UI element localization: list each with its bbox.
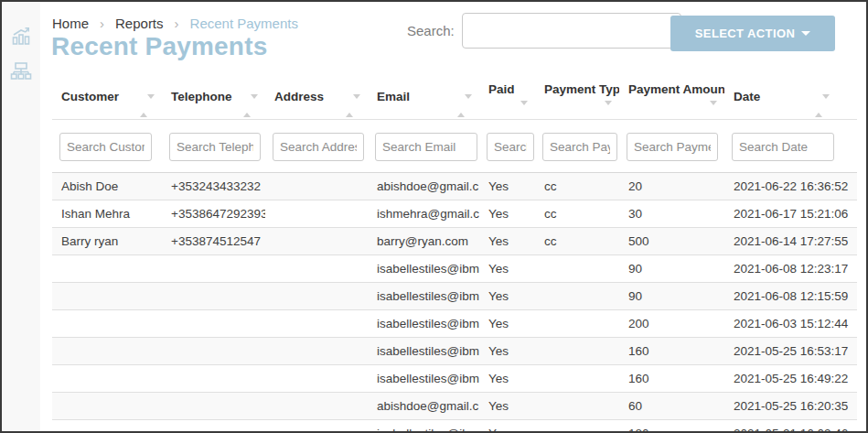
table-cell: [162, 338, 265, 365]
column-header-label: Payment Amount: [628, 82, 724, 96]
table-cell: 160: [619, 338, 724, 365]
column-header-label: Payment Type: [544, 82, 619, 96]
table-row[interactable]: isabellestiles@ibm.ieYes1602021-05-25 16…: [52, 338, 857, 365]
table-cell: [52, 338, 162, 365]
table-cell: abishdoe@gmail.c...: [368, 173, 479, 200]
select-action-label: SELECT ACTION: [695, 27, 795, 40]
table-cell: [535, 420, 619, 433]
table-row[interactable]: isabellestiles@ibm.ieYes2002021-06-03 15…: [52, 310, 857, 338]
table-cell: [265, 255, 368, 283]
column-header-date[interactable]: Date: [724, 82, 857, 120]
table-cell: [535, 393, 619, 420]
table-cell: 2021-05-25 16:53:17: [724, 338, 857, 365]
table-cell: [535, 255, 619, 283]
table-cell: Yes: [479, 200, 535, 228]
column-header-label: Paid: [488, 82, 515, 96]
column-header-paid[interactable]: Paid: [479, 82, 535, 120]
column-header-email[interactable]: Email: [368, 82, 479, 120]
table-cell: Yes: [479, 420, 535, 433]
table-row[interactable]: Abish Doe+353243433232abishdoe@gmail.c..…: [52, 173, 857, 200]
table-cell: isabellestiles@ibm.ie: [368, 338, 479, 365]
table-cell: [162, 420, 265, 433]
global-search-group: Search:: [407, 13, 681, 49]
table-cell: 30: [619, 200, 724, 228]
table-cell: [265, 393, 368, 420]
filter-date-input[interactable]: [732, 133, 834, 161]
table-row[interactable]: abishdoe@gmail.c...Yes602021-05-25 16:20…: [52, 393, 857, 420]
table-row[interactable]: Ishan Mehra+3538647292393ishmehra@gmail.…: [52, 200, 857, 228]
table-row[interactable]: isabellestiles@ibm.ieYes902021-06-08 12:…: [52, 255, 857, 283]
table-cell: Yes: [479, 228, 535, 255]
table-row[interactable]: isabellestiles@ibm.ieYes1602021-05-25 16…: [52, 365, 857, 393]
column-header-label: Telephone: [171, 90, 232, 103]
table-cell: Yes: [479, 310, 535, 338]
table-cell: [265, 310, 368, 338]
table-cell: [265, 338, 368, 365]
table-row[interactable]: Barry ryan+353874512547barry@ryan.comYes…: [52, 228, 857, 255]
bar-chart-trend-icon[interactable]: [10, 26, 32, 48]
table-cell: Yes: [479, 393, 535, 420]
select-action-button[interactable]: SELECT ACTION: [670, 16, 835, 51]
table-cell: 20: [619, 173, 724, 200]
table-cell: Yes: [479, 338, 535, 365]
column-header-customer[interactable]: Customer: [52, 82, 162, 120]
filter-address-input[interactable]: [273, 133, 364, 161]
table-cell: 2021-05-25 16:49:22: [724, 365, 857, 393]
table-cell: 90: [619, 283, 724, 310]
table-cell: +3538647292393: [162, 200, 265, 228]
table-cell: Yes: [479, 283, 535, 310]
filter-paid-input[interactable]: [487, 133, 534, 161]
table-cell: cc: [535, 173, 619, 200]
sort-icon: [457, 99, 472, 113]
table-cell: +353874512547: [162, 228, 265, 255]
filter-customer-input[interactable]: [59, 133, 152, 161]
payments-table: Customer Telephone Address Email Paid Pa…: [52, 82, 857, 433]
table-header-row: Customer Telephone Address Email Paid Pa…: [52, 82, 857, 120]
table-cell: [52, 365, 162, 393]
table-cell: isabellestiles@ibm.ie: [368, 420, 479, 433]
table-cell: [162, 310, 265, 338]
breadcrumb-current-page: Recent Payments: [190, 16, 298, 31]
table-row[interactable]: isabellestiles@ibm.ieYes1802021-05-21 16…: [52, 420, 857, 433]
chevron-down-icon: [801, 31, 810, 36]
sort-icon: [243, 99, 258, 113]
column-header-label: Address: [274, 90, 324, 103]
sitemap-icon[interactable]: [10, 60, 32, 82]
table-cell: 2021-05-25 16:20:35: [724, 393, 857, 420]
table-cell: [265, 283, 368, 310]
filter-payment-amount-input[interactable]: [627, 133, 718, 161]
table-cell: abishdoe@gmail.c...: [368, 393, 479, 420]
table-cell: cc: [535, 200, 619, 228]
sort-icon: [815, 99, 830, 113]
table-cell: Abish Doe: [52, 173, 162, 200]
table-cell: [162, 365, 265, 393]
table-cell: [535, 310, 619, 338]
table-cell: barry@ryan.com: [368, 228, 479, 255]
column-header-address[interactable]: Address: [265, 82, 368, 120]
table-cell: 500: [619, 228, 724, 255]
table-cell: +353243433232: [162, 173, 265, 200]
filter-telephone-input[interactable]: [169, 133, 261, 161]
breadcrumb-reports[interactable]: Reports: [115, 16, 164, 31]
table-cell: 200: [619, 310, 724, 338]
filter-payment-type-input[interactable]: [542, 133, 617, 161]
table-cell: ishmehra@gmail.c...: [368, 200, 479, 228]
breadcrumb-home[interactable]: Home: [52, 16, 89, 31]
table-cell: Yes: [479, 173, 535, 200]
column-header-label: Customer: [61, 90, 119, 103]
table-cell: [535, 283, 619, 310]
table-cell: [52, 255, 162, 283]
breadcrumb-separator: ›: [100, 16, 104, 31]
column-header-payment-type[interactable]: Payment Type: [535, 82, 619, 120]
table-cell: isabellestiles@ibm.ie: [368, 310, 479, 338]
column-header-label: Date: [734, 90, 760, 103]
global-search-input[interactable]: [462, 13, 681, 49]
table-cell: Ishan Mehra: [52, 200, 162, 228]
column-header-payment-amount[interactable]: Payment Amount: [619, 82, 724, 120]
table-cell: [265, 173, 368, 200]
table-row[interactable]: isabellestiles@ibm.ieYes902021-06-08 12:…: [52, 283, 857, 310]
filter-email-input[interactable]: [375, 133, 477, 161]
table-cell: [162, 255, 265, 283]
search-label: Search:: [407, 23, 455, 38]
column-header-telephone[interactable]: Telephone: [162, 82, 265, 120]
